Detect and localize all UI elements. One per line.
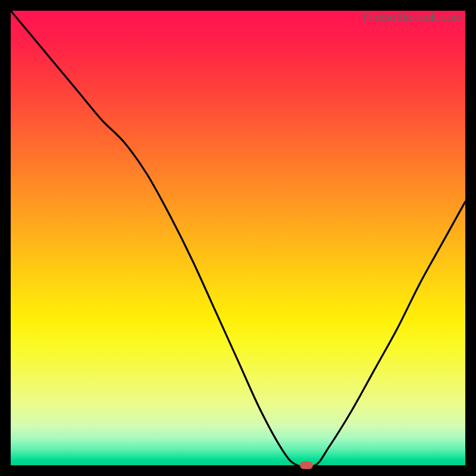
optimal-point-marker	[300, 462, 313, 469]
chart-frame: TheBottleneck.com	[0, 0, 476, 476]
curve-path	[11, 11, 465, 467]
bottleneck-curve	[11, 11, 465, 465]
chart-plot-area: TheBottleneck.com	[11, 11, 465, 465]
